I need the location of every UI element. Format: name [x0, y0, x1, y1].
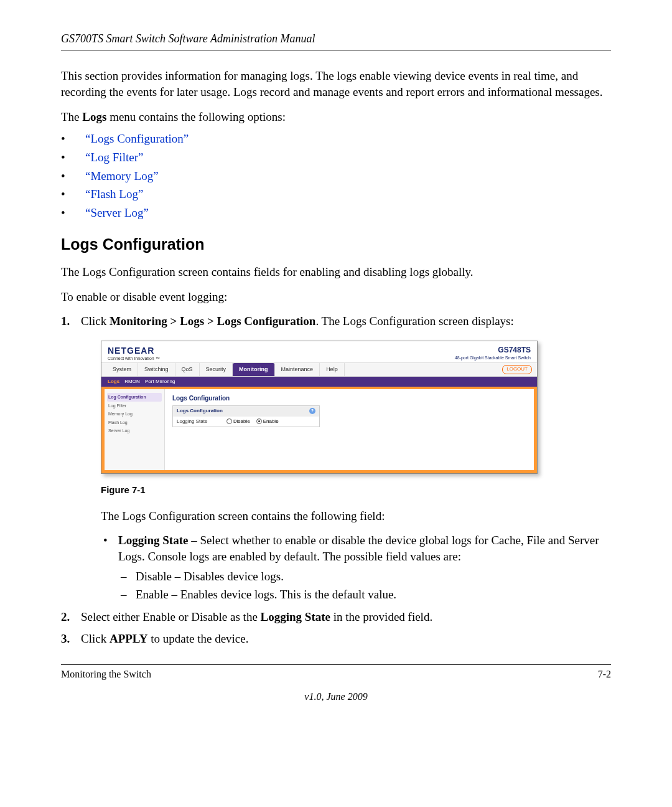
sidebar-item-server-log[interactable]: Server Log: [107, 427, 162, 435]
header-rule: [61, 50, 611, 50]
panel-title: Logs Configuration: [172, 394, 526, 403]
tab-bar: System Switching QoS Security Monitoring…: [101, 362, 537, 376]
list-item: “Logs Configuration”: [61, 131, 611, 147]
tab-help[interactable]: Help: [320, 363, 345, 375]
sidebar-item-log-filter[interactable]: Log Filter: [107, 402, 162, 410]
step3-post: to update the device.: [148, 632, 249, 645]
step-2: Select either Enable or Disable as the L…: [61, 609, 611, 625]
manual-title: GS700TS Smart Switch Software Administra…: [61, 31, 611, 46]
radio-enable[interactable]: Enable: [256, 418, 279, 425]
field-list: Logging State – Select whether to enable…: [101, 532, 611, 603]
section-para-2: To enable or disable event logging:: [61, 289, 611, 305]
panel-box-title: Logs Configuration: [177, 408, 223, 415]
radio-disable[interactable]: Disable: [226, 418, 250, 425]
figure-caption: Figure 7-1: [101, 484, 611, 496]
tab-maintenance[interactable]: Maintenance: [275, 363, 320, 375]
menu-intro-bold: Logs: [82, 110, 106, 123]
step2-bold: Logging State: [261, 610, 330, 623]
step-1: Click Monitoring > Logs > Logs Configura…: [61, 313, 611, 602]
subtab-logs[interactable]: Logs: [108, 379, 119, 384]
footer: Monitoring the Switch 7-2: [61, 668, 611, 681]
section-heading: Logs Configuration: [61, 234, 611, 255]
sidebar-item-log-configuration[interactable]: Log Configuration: [107, 393, 162, 401]
step2-post: in the provided field.: [330, 610, 432, 623]
step1-bold: Monitoring > Logs > Logs Configuration: [110, 314, 316, 328]
tab-switching[interactable]: Switching: [138, 363, 175, 375]
help-icon[interactable]: ?: [309, 408, 315, 414]
link-flash-log[interactable]: “Flash Log”: [85, 187, 143, 201]
menu-links: “Logs Configuration” “Log Filter” “Memor…: [61, 131, 611, 220]
steps-list: Click Monitoring > Logs > Logs Configura…: [61, 313, 611, 647]
value-enable: Enable – Enables device logs. This is th…: [118, 587, 611, 603]
menu-intro-pre: The: [61, 110, 82, 123]
list-item: “Flash Log”: [61, 186, 611, 202]
step-3: Click APPLY to update the device.: [61, 631, 611, 647]
model-name: GS748TS: [455, 345, 531, 355]
opt-enable-label: Enable: [263, 418, 279, 424]
value-disable: Disable – Disables device logs.: [118, 569, 611, 585]
link-memory-log[interactable]: “Memory Log”: [85, 169, 159, 182]
menu-intro-post: menu contains the following options:: [106, 110, 286, 123]
subtab-rmon[interactable]: RMON: [124, 379, 139, 384]
figure-wrap: NETGEAR Connect with Innovation ™ GS748T…: [101, 341, 611, 497]
sidebar-item-flash-log[interactable]: Flash Log: [107, 418, 162, 427]
link-log-filter[interactable]: “Log Filter”: [85, 151, 143, 164]
footer-right: 7-2: [598, 668, 611, 681]
model-sub: 48-port Gigabit Stackable Smart Switch: [455, 355, 531, 361]
after-figure-para: The Logs Configuration screen contains t…: [101, 508, 611, 524]
sidebar-item-memory-log[interactable]: Memory Log: [107, 410, 162, 418]
field-values: Disable – Disables device logs. Enable –…: [118, 569, 611, 603]
tab-qos[interactable]: QoS: [175, 363, 200, 375]
list-item: “Memory Log”: [61, 168, 611, 184]
panel-box: Logs Configuration ? Logging State Disab…: [172, 405, 320, 428]
sub-tab-bar: Logs RMON Port Mirroring: [101, 377, 537, 387]
row-label: Logging State: [177, 418, 220, 425]
footer-left: Monitoring the Switch: [61, 668, 151, 681]
intro-paragraph: This section provides information for ma…: [61, 68, 611, 100]
link-server-log[interactable]: “Server Log”: [85, 206, 149, 219]
field-item: Logging State – Select whether to enable…: [101, 532, 611, 603]
list-item: “Server Log”: [61, 205, 611, 221]
step1-pre: Click: [81, 314, 110, 328]
footer-rule: [61, 664, 611, 665]
step1-post: . The Logs Configuration screen displays…: [315, 314, 513, 328]
field-desc: – Select whether to enable or disable th…: [118, 534, 599, 563]
opt-disable-label: Disable: [233, 418, 250, 424]
tab-monitoring[interactable]: Monitoring: [233, 363, 275, 375]
sidebar: Log Configuration Log Filter Memory Log …: [105, 389, 165, 470]
list-item: “Log Filter”: [61, 149, 611, 166]
version-line: v1.0, June 2009: [61, 690, 611, 704]
logout-button[interactable]: LOGOUT: [502, 365, 532, 374]
field-name: Logging State: [118, 534, 188, 547]
menu-intro: The Logs menu contains the following opt…: [61, 109, 611, 125]
step2-pre: Select either Enable or Disable as the: [81, 610, 261, 623]
step3-pre: Click: [81, 632, 110, 645]
brand-sub: Connect with Innovation ™: [108, 356, 160, 361]
main-panel: Logs Configuration Logs Configuration ? …: [165, 389, 534, 470]
screenshot: NETGEAR Connect with Innovation ™ GS748T…: [101, 341, 538, 474]
link-logs-configuration[interactable]: “Logs Configuration”: [85, 132, 189, 145]
step3-bold: APPLY: [110, 632, 148, 645]
tab-system[interactable]: System: [106, 363, 138, 375]
section-para-1: The Logs Configuration screen contains f…: [61, 264, 611, 280]
subtab-port-mirroring[interactable]: Port Mirroring: [145, 379, 175, 384]
tab-security[interactable]: Security: [200, 363, 233, 375]
